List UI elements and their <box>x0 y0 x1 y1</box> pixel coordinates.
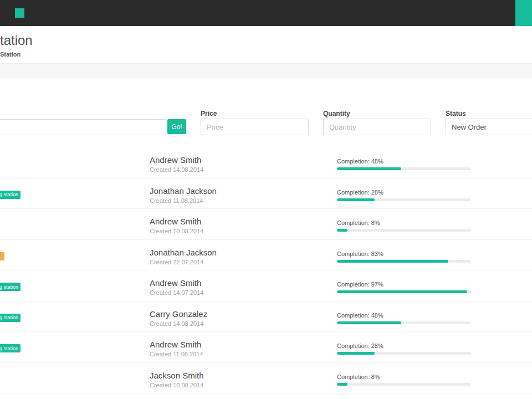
status-label: Status <box>446 110 466 117</box>
completion-label: Completion: 48% <box>337 312 471 319</box>
order-row[interactable]: Andrew Smith Created 10.08.2014 Completi… <box>0 209 532 240</box>
created-date: Created 22.07.2014 <box>150 259 217 265</box>
status-badge-label: g station <box>0 346 18 351</box>
progress-track <box>337 229 471 232</box>
progress-fill <box>337 260 448 263</box>
navbar-action-button[interactable] <box>515 0 532 26</box>
completion-block: Completion: 8% <box>337 374 471 386</box>
customer-info: Andrew Smith Created 14.08.2014 <box>150 155 203 173</box>
breadcrumb: Station <box>0 51 21 58</box>
status-select-value: New Order <box>452 123 487 131</box>
order-row[interactable]: g station Jonathan Jackson Created 11.08… <box>0 178 532 209</box>
customer-info: Jackson Smith Created 10.08.2014 <box>150 371 204 388</box>
completion-label: Completion: 83% <box>337 250 471 257</box>
customer-info: Andrew Smith Created 14.07.2014 <box>150 278 203 296</box>
price-input[interactable] <box>201 119 309 135</box>
completion-block: Completion: 28% <box>337 189 471 201</box>
completion-block: Completion: 48% <box>337 312 471 324</box>
orders-list: Andrew Smith Created 14.08.2014 Completi… <box>0 147 532 393</box>
page-title: tation <box>0 33 33 48</box>
customer-info: Jonathan Jackson Created 22.07.2014 <box>150 248 217 265</box>
progress-fill <box>337 383 347 386</box>
completion-block: Completion: 48% <box>337 158 471 170</box>
customer-name: Jonathan Jackson <box>150 248 217 257</box>
customer-name: Andrew Smith <box>150 155 203 165</box>
customer-info: Andrew Smith Created 10.08.2014 <box>150 217 203 234</box>
completion-label: Completion: 28% <box>337 189 471 196</box>
customer-name: Jonathan Jackson <box>150 186 217 196</box>
created-date: Created 11.08.2014 <box>150 197 217 204</box>
quantity-label: Quantity <box>323 110 350 117</box>
progress-fill <box>337 352 375 355</box>
status-badge <box>0 252 4 260</box>
status-select[interactable]: New Order <box>446 119 532 135</box>
completion-label: Completion: 8% <box>337 374 471 380</box>
status-badge-label: g station <box>0 192 18 197</box>
progress-track <box>337 352 471 355</box>
customer-info: Andrew Smith Created 11.08.2014 <box>150 340 203 357</box>
progress-track <box>337 167 471 170</box>
status-badge-label: g station <box>0 315 18 320</box>
customer-name: Andrew Smith <box>150 278 203 288</box>
customer-name: Andrew Smith <box>150 217 203 226</box>
order-row[interactable]: Andrew Smith Created 14.08.2014 Completi… <box>0 147 532 178</box>
completion-block: Completion: 83% <box>337 250 471 263</box>
created-date: Created 14.07.2014 <box>150 289 203 296</box>
progress-fill <box>337 229 347 232</box>
created-date: Created 11.08.2014 <box>150 351 203 357</box>
progress-fill <box>337 167 401 170</box>
created-date: Created 14.08.2014 <box>150 320 207 327</box>
created-date: Created 10.08.2014 <box>150 228 203 234</box>
status-badge-label: g station <box>0 284 18 290</box>
order-row[interactable]: Jonathan Jackson Created 22.07.2014 Comp… <box>0 240 532 271</box>
order-row[interactable]: g station Andrew Smith Created 14.07.201… <box>0 270 532 301</box>
customer-name: Jackson Smith <box>150 371 204 380</box>
logo-icon[interactable] <box>15 8 24 18</box>
completion-block: Completion: 97% <box>337 281 471 293</box>
completion-label: Completion: 28% <box>337 342 471 349</box>
completion-label: Completion: 8% <box>337 219 471 226</box>
order-row[interactable]: g station Andrew Smith Created 11.08.201… <box>0 332 532 363</box>
search-go-button[interactable]: Go! <box>167 119 186 134</box>
app-window: tation Station Go! Price Quantity Status… <box>0 0 532 399</box>
status-badge: g station <box>0 344 21 352</box>
customer-name: Andrew Smith <box>150 340 203 349</box>
order-row[interactable]: Jackson Smith Created 10.08.2014 Complet… <box>0 363 532 394</box>
price-label: Price <box>201 110 217 117</box>
created-date: Created 10.08.2014 <box>150 382 204 388</box>
progress-track <box>337 290 471 293</box>
completion-block: Completion: 8% <box>337 219 471 232</box>
quantity-input[interactable] <box>323 119 431 135</box>
progress-track <box>337 321 471 324</box>
customer-info: Jonathan Jackson Created 11.08.2014 <box>150 186 217 204</box>
status-badge: g station <box>0 314 21 322</box>
toolbar-strip <box>0 63 532 78</box>
progress-track <box>337 198 471 201</box>
created-date: Created 14.08.2014 <box>150 166 203 173</box>
completion-label: Completion: 97% <box>337 281 471 288</box>
progress-fill <box>337 198 375 201</box>
customer-info: Carry Gonzalez Created 14.08.2014 <box>150 309 207 327</box>
completion-block: Completion: 28% <box>337 342 471 355</box>
top-navbar <box>0 0 532 26</box>
search-input[interactable] <box>0 119 166 135</box>
progress-fill <box>337 290 467 293</box>
status-badge: g station <box>0 191 21 199</box>
progress-fill <box>337 321 401 324</box>
customer-name: Carry Gonzalez <box>150 309 207 319</box>
completion-label: Completion: 48% <box>337 158 471 165</box>
order-row[interactable]: g station Carry Gonzalez Created 14.08.2… <box>0 301 532 332</box>
status-badge: g station <box>0 283 21 291</box>
progress-track <box>337 383 471 386</box>
progress-track <box>337 260 471 263</box>
